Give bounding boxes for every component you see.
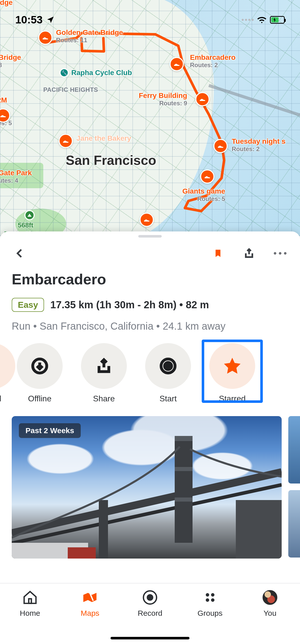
shoe-icon bbox=[59, 134, 73, 148]
record-icon bbox=[145, 343, 191, 389]
sheet-grabber[interactable] bbox=[138, 235, 162, 238]
svg-point-2 bbox=[165, 362, 172, 370]
location-arrow-icon bbox=[46, 16, 55, 24]
wifi-icon bbox=[257, 16, 266, 23]
status-time: 10:53 bbox=[15, 14, 43, 26]
maps-icon bbox=[82, 590, 98, 605]
shoe-icon bbox=[170, 57, 184, 71]
photo-thumb-2[interactable] bbox=[288, 490, 300, 558]
shoe-icon bbox=[200, 169, 214, 184]
star-filled-icon bbox=[209, 343, 255, 389]
poi-golden-gate-bridge[interactable]: Golden Gate Bridge Routes: 11 bbox=[41, 28, 123, 44]
poi-bottom[interactable] bbox=[140, 213, 154, 227]
tab-record[interactable]: Record bbox=[120, 590, 180, 618]
tab-maps[interactable]: Maps bbox=[60, 590, 120, 618]
battery-icon bbox=[270, 16, 285, 24]
svg-rect-5 bbox=[236, 500, 282, 559]
poi-embarcadero[interactable]: Embarcadero Routes: 2 bbox=[172, 53, 236, 69]
poi-ferry-building[interactable]: Ferry Building Routes: 9 bbox=[139, 92, 187, 107]
cellular-dots-icon bbox=[242, 19, 254, 21]
svg-point-11 bbox=[211, 593, 214, 596]
difficulty-badge: Easy bbox=[12, 298, 44, 312]
route-stats: 17.35 km (1h 30m - 2h 8m) • 82 m bbox=[50, 299, 209, 311]
shoe-icon bbox=[140, 213, 154, 227]
more-button[interactable] bbox=[272, 245, 288, 261]
shoe-icon bbox=[213, 139, 228, 153]
photo-carousel[interactable]: Past 2 Weeks bbox=[0, 403, 300, 559]
poi-rm[interactable]: RM tes: 5 bbox=[0, 107, 12, 127]
route-title: Embarcadero bbox=[12, 271, 288, 288]
poi-idge[interactable]: idge bbox=[0, 0, 13, 7]
poi-bridge-west[interactable]: Bridge 8 bbox=[0, 53, 21, 69]
tab-home[interactable]: Home bbox=[0, 590, 60, 618]
avatar-icon bbox=[262, 590, 278, 605]
share-button[interactable] bbox=[241, 245, 257, 261]
poi-tuesday-night[interactable]: Tuesday night s Routes: 2 bbox=[213, 137, 285, 153]
peak-elevation: 568ft bbox=[18, 221, 33, 229]
poi-jane-bakery[interactable]: Jane the Bakery bbox=[59, 134, 131, 142]
map-view[interactable]: San Francisco PACIFIC HEIGHTS 🔧 Rapha Cy… bbox=[0, 0, 300, 236]
download-icon bbox=[17, 343, 63, 389]
groups-icon bbox=[202, 590, 218, 605]
home-indicator bbox=[111, 637, 189, 639]
poi-gg-park[interactable]: Gate Park utes: 4 bbox=[0, 169, 32, 184]
svg-rect-3 bbox=[175, 436, 193, 543]
more-icon bbox=[274, 252, 287, 255]
tab-you[interactable]: You bbox=[240, 590, 300, 618]
tab-groups[interactable]: Groups bbox=[180, 590, 240, 618]
action-share[interactable]: Share bbox=[72, 343, 136, 403]
svg-rect-6 bbox=[68, 547, 96, 559]
share-icon bbox=[81, 343, 127, 389]
poi-giants-game[interactable]: Giants game Routes: 5 bbox=[182, 187, 225, 202]
action-row: aved Offline Share Start Starred bbox=[0, 332, 300, 403]
status-bar: 10:53 bbox=[0, 12, 300, 27]
home-icon bbox=[22, 590, 38, 605]
route-detail-sheet: Embarcadero Easy 17.35 km (1h 30m - 2h 8… bbox=[0, 231, 300, 644]
record-icon bbox=[142, 590, 158, 605]
photo-timeframe-pill: Past 2 Weeks bbox=[19, 423, 81, 438]
svg-point-13 bbox=[211, 598, 214, 602]
shoe-icon bbox=[195, 92, 210, 106]
svg-point-10 bbox=[206, 593, 209, 596]
back-button[interactable] bbox=[12, 245, 28, 261]
map-city-label: San Francisco bbox=[66, 153, 156, 168]
peak-icon bbox=[24, 210, 35, 220]
bookmark-button[interactable] bbox=[210, 245, 226, 261]
map-neighborhood-label: PACIFIC HEIGHTS bbox=[43, 86, 98, 93]
photo-thumb-1[interactable] bbox=[288, 416, 300, 484]
map-shop-rapha[interactable]: 🔧 Rapha Cycle Club bbox=[60, 68, 132, 77]
route-subtitle: Run • San Francisco, California • 24.1 k… bbox=[0, 312, 300, 332]
action-starred[interactable]: Starred bbox=[200, 343, 264, 403]
wrench-icon: 🔧 bbox=[60, 68, 69, 77]
photo-primary[interactable]: Past 2 Weeks bbox=[12, 416, 282, 559]
action-offline[interactable]: Offline bbox=[8, 343, 72, 403]
tab-bar: Home Maps Record Groups You bbox=[0, 583, 300, 644]
shoe-icon bbox=[38, 31, 52, 45]
action-saved[interactable]: aved bbox=[0, 343, 8, 403]
action-start[interactable]: Start bbox=[136, 343, 200, 403]
svg-rect-7 bbox=[29, 599, 31, 603]
svg-point-9 bbox=[147, 594, 153, 601]
svg-point-12 bbox=[206, 598, 209, 602]
